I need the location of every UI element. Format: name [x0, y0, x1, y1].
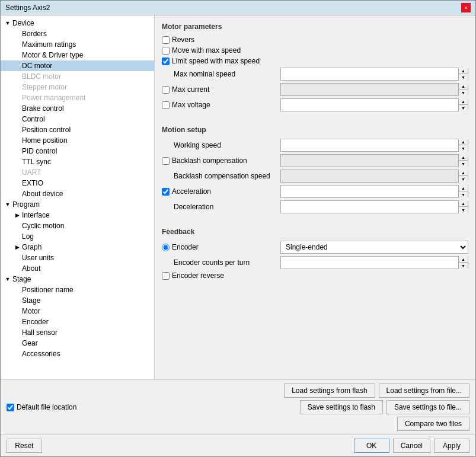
tree-item-position-control[interactable]: Position control	[1, 124, 154, 135]
tree-item-pid-control[interactable]: PID control	[1, 146, 154, 156]
encoder-radio[interactable]	[162, 244, 170, 251]
ok-button[interactable]: OK	[354, 439, 389, 453]
cancel-button[interactable]: Cancel	[393, 439, 430, 453]
tree-item-encoder[interactable]: Encoder	[1, 317, 154, 327]
tree-label-stage: Stage	[12, 275, 31, 283]
deceleration-value-container: 50.00 deg/s² ▲ ▼	[280, 200, 468, 213]
tree-item-device[interactable]: ▼Device	[1, 18, 154, 28]
backlash-comp-speed-label: Backlash compensation speed	[174, 172, 270, 180]
tree-item-ttl-sync[interactable]: TTL sync	[1, 156, 154, 167]
max-voltage-input[interactable]: 12000 mV	[281, 101, 458, 109]
deceleration-arrows: ▲ ▼	[458, 200, 468, 213]
encoder-counts-down[interactable]: ▼	[459, 263, 468, 269]
backlash-comp-speed-input[interactable]: 20.00 deg/s	[281, 172, 458, 180]
tree-arrow-graph: ▶	[12, 244, 22, 250]
tree-item-accessories[interactable]: Accessories	[1, 349, 154, 359]
save-file-button[interactable]: Save settings to file...	[386, 400, 469, 414]
max-voltage-value-container: 12000 mV ▲ ▼	[280, 98, 468, 111]
tree-item-control[interactable]: Control	[1, 114, 154, 124]
tree-item-max-ratings[interactable]: Maximum ratings	[1, 39, 154, 50]
tree-label-about-device: About device	[22, 190, 63, 198]
backlash-comp-up[interactable]: ▲	[459, 154, 468, 161]
max-current-checkbox[interactable]	[162, 86, 170, 94]
backlash-comp-down[interactable]: ▼	[459, 161, 468, 167]
tree-label-device: Device	[12, 19, 34, 27]
working-speed-down[interactable]: ▼	[459, 145, 468, 152]
tree-item-home-position[interactable]: Home position	[1, 135, 154, 146]
tree-item-interface[interactable]: ▶Interface	[1, 210, 154, 220]
tree-item-about-device[interactable]: About device	[1, 188, 154, 199]
tree-label-pid-control: PID control	[22, 147, 57, 155]
tree-item-hall-sensor[interactable]: Hall sensor	[1, 327, 154, 338]
max-nominal-speed-label-container: Max nominal speed	[162, 70, 280, 78]
tree-item-cyclic-motion[interactable]: Cyclic motion	[1, 220, 154, 231]
tree-item-gear[interactable]: Gear	[1, 338, 154, 349]
max-current-input[interactable]: 670 mA	[281, 85, 458, 94]
max-nominal-speed-up[interactable]: ▲	[459, 68, 468, 74]
load-file-button[interactable]: Load settings from file...	[379, 384, 469, 398]
tree-item-dc-motor[interactable]: DC motor	[1, 60, 154, 71]
tree-item-user-units[interactable]: User units	[1, 253, 154, 263]
encoder-type-select[interactable]: Single-ended	[280, 241, 468, 254]
tree-item-motor[interactable]: Motor	[1, 306, 154, 317]
tree-item-positioner-name[interactable]: Positioner name	[1, 285, 154, 295]
max-voltage-down[interactable]: ▼	[459, 105, 468, 111]
revers-checkbox[interactable]	[162, 36, 170, 44]
reset-button[interactable]: Reset	[7, 439, 42, 453]
encoder-counts-input[interactable]: 4000 counts	[281, 258, 458, 267]
limit-speed-checkbox[interactable]	[162, 57, 170, 65]
encoder-counts-up[interactable]: ▲	[459, 256, 468, 263]
tree-item-program[interactable]: ▼Program	[1, 199, 154, 210]
acceleration-input[interactable]: 20.00 deg/s²	[281, 187, 458, 196]
deceleration-up[interactable]: ▲	[459, 200, 468, 207]
working-speed-input[interactable]: 20.00 deg/s	[281, 141, 458, 149]
default-file-checkbox[interactable]	[7, 404, 14, 411]
max-voltage-up[interactable]: ▲	[459, 98, 468, 105]
acceleration-down[interactable]: ▼	[459, 191, 468, 198]
bottom-middle-row: Default file location Save settings to f…	[1, 400, 475, 417]
max-nominal-speed-down[interactable]: ▼	[459, 74, 468, 81]
tree-item-motor-driver[interactable]: Motor & Driver type	[1, 50, 154, 60]
working-speed-up[interactable]: ▲	[459, 139, 468, 145]
tree-item-borders[interactable]: Borders	[1, 28, 154, 39]
tree-item-stage[interactable]: Stage	[1, 295, 154, 306]
apply-button[interactable]: Apply	[434, 439, 469, 453]
max-nominal-speed-value-container: 50.00 deg/s ▲ ▼	[280, 68, 468, 81]
tree-item-log[interactable]: Log	[1, 231, 154, 242]
load-flash-button[interactable]: Load settings from flash	[284, 384, 375, 398]
save-flash-button[interactable]: Save settings to flash	[300, 400, 383, 414]
compare-button[interactable]: Compare two files	[397, 417, 469, 431]
bottom-panel: Load settings from flash Load settings f…	[1, 379, 475, 456]
max-nominal-speed-input[interactable]: 50.00 deg/s	[281, 70, 458, 78]
backlash-comp-speed-label-container: Backlash compensation speed	[162, 172, 280, 180]
backlash-comp-checkbox[interactable]	[162, 157, 170, 165]
max-current-up[interactable]: ▲	[459, 83, 468, 90]
tree-item-brake-control[interactable]: Brake control	[1, 103, 154, 114]
acceleration-label-container: Acceleration	[162, 187, 280, 196]
backlash-comp-input[interactable]: 18.00 deg	[281, 156, 458, 165]
acceleration-checkbox[interactable]	[162, 188, 170, 196]
tree-label-bldc-motor: BLDC motor	[22, 72, 61, 81]
max-voltage-checkbox[interactable]	[162, 101, 170, 109]
tree-item-extio[interactable]: EXTIO	[1, 178, 154, 188]
deceleration-input[interactable]: 50.00 deg/s²	[281, 203, 458, 211]
backlash-comp-speed-down[interactable]: ▼	[459, 176, 468, 183]
acceleration-up[interactable]: ▲	[459, 185, 468, 191]
backlash-comp-speed-up[interactable]: ▲	[459, 170, 468, 176]
tree-label-ttl-sync: TTL sync	[22, 158, 51, 166]
close-button[interactable]: ×	[461, 3, 471, 12]
encoder-row: Encoder Single-ended	[162, 241, 468, 254]
title-bar-title: Settings Axis2	[5, 4, 50, 12]
encoder-counts-value-container: 4000 counts ▲ ▼	[280, 256, 468, 269]
max-voltage-row: Max voltage 12000 mV ▲ ▼	[162, 98, 468, 111]
encoder-reverse-checkbox[interactable]	[162, 272, 170, 280]
deceleration-down[interactable]: ▼	[459, 207, 468, 213]
max-current-down[interactable]: ▼	[459, 90, 468, 96]
tree-label-borders: Borders	[22, 30, 47, 38]
encoder-label-container: Encoder	[162, 243, 280, 251]
tree-item-stage[interactable]: ▼Stage	[1, 274, 154, 285]
tree-item-about[interactable]: About	[1, 263, 154, 274]
tree-item-graph[interactable]: ▶Graph	[1, 242, 154, 253]
move-max-speed-checkbox[interactable]	[162, 47, 170, 55]
deceleration-label: Deceleration	[174, 203, 213, 211]
